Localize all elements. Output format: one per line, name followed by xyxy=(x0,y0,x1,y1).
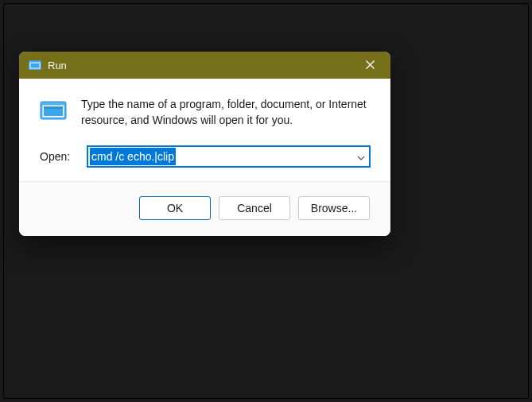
titlebar: Run xyxy=(19,52,390,79)
open-row: Open: cmd /c echo.|clip xyxy=(40,146,370,167)
close-button[interactable] xyxy=(354,53,386,77)
ok-button[interactable]: OK xyxy=(139,196,211,220)
svg-rect-2 xyxy=(31,64,40,68)
info-row: Type the name of a program, folder, docu… xyxy=(40,96,370,129)
cancel-button[interactable]: Cancel xyxy=(219,196,290,220)
dialog-description: Type the name of a program, folder, docu… xyxy=(81,96,370,129)
close-icon xyxy=(366,59,375,72)
run-dialog: Run Type the name of a program, folder, … xyxy=(19,52,390,236)
svg-rect-8 xyxy=(44,106,63,109)
dialog-body: Type the name of a program, folder, docu… xyxy=(19,79,390,181)
open-combobox[interactable]: cmd /c echo.|clip xyxy=(87,146,370,167)
open-label: Open: xyxy=(40,150,75,163)
browse-button[interactable]: Browse... xyxy=(298,196,370,220)
dialog-footer: OK Cancel Browse... xyxy=(19,181,390,236)
dialog-title: Run xyxy=(48,60,354,72)
run-titlebar-icon xyxy=(29,59,41,72)
open-input[interactable] xyxy=(87,146,370,167)
run-program-icon xyxy=(40,99,67,122)
